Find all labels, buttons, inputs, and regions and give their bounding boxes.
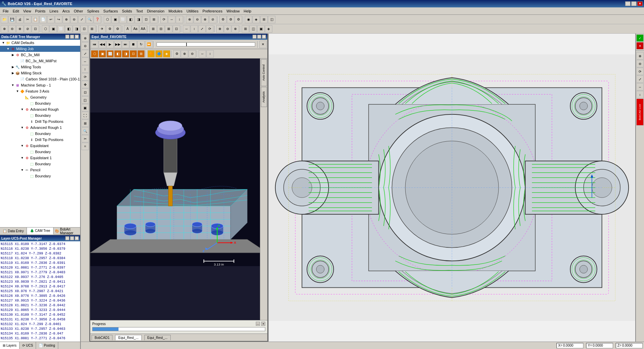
sim-loop[interactable]: ↻	[137, 41, 145, 48]
tb2-btn-25[interactable]: ⊡	[173, 25, 180, 33]
tb1-btn-37[interactable]: ⊞	[260, 16, 268, 23]
menu-item-arcs[interactable]: Arcs	[60, 8, 72, 14]
tb1-btn-18[interactable]: ◨	[135, 16, 142, 23]
sim-progress-bar[interactable]	[92, 327, 265, 331]
tab-data-entry[interactable]: 📋 Data Entry	[0, 228, 27, 235]
tb1-btn-24[interactable]: ↕	[176, 16, 183, 23]
tree-item-milling-job[interactable]: ▼⚙Milling Job	[0, 46, 80, 52]
tb1-btn-2[interactable]: 🖨	[16, 16, 24, 23]
menu-item-lines[interactable]: Lines	[47, 8, 60, 14]
rt-btn-2[interactable]: ⊖	[636, 60, 644, 67]
rt-btn-6[interactable]: ↕	[636, 91, 644, 98]
sim-tab-1[interactable]: BobCAD1	[92, 335, 112, 340]
sim-next-frame[interactable]: ▶▶	[114, 41, 122, 48]
tb2-btn-27[interactable]: ↔	[183, 25, 190, 33]
tb2-btn-16[interactable]: ⚙	[114, 25, 121, 33]
menu-item-help[interactable]: Help	[242, 8, 253, 14]
sim-stop[interactable]: ⏹	[130, 41, 137, 48]
menu-item-file[interactable]: File	[1, 8, 11, 14]
tb2-btn-28[interactable]: ↕	[191, 25, 198, 33]
axis-control-btn[interactable]: Axis Control	[261, 59, 267, 86]
tree-item-feature-3axis[interactable]: ▼🔶Feature 3 Axis	[0, 88, 80, 94]
tb1-btn-28[interactable]: ⊗	[201, 16, 209, 23]
expander-milling-job[interactable]: ▼	[6, 47, 10, 51]
menu-item-edit[interactable]: Edit	[11, 8, 21, 14]
expander-bc3x-mill[interactable]: ▶	[11, 53, 15, 57]
menu-item-splines[interactable]: Splines	[85, 8, 101, 14]
tb1-btn-8[interactable]: ⊕	[63, 16, 70, 23]
tb1-btn-14[interactable]: ⬡	[104, 16, 111, 23]
tb2-btn-32[interactable]: ⊕	[216, 25, 224, 33]
tb1-btn-17[interactable]: ◧	[127, 16, 134, 23]
tb1-btn-26[interactable]: ⊕	[186, 16, 193, 23]
rt-btn-3[interactable]: ⟳	[636, 68, 644, 75]
vt-btn-5[interactable]: ↕	[81, 65, 89, 73]
vt-btn-12[interactable]: ⊞	[81, 119, 89, 127]
vt-btn-4[interactable]: ↔	[81, 58, 89, 65]
tree-item-boundary2[interactable]: ⬚Boundary	[0, 112, 80, 118]
vt-btn-7[interactable]: ✥	[81, 81, 89, 88]
menu-item-modules[interactable]: Modules	[166, 8, 184, 14]
tb2-btn-7[interactable]: ▣	[49, 25, 57, 33]
tab-posting[interactable]: 📄 Posting	[36, 342, 58, 349]
layer-ucs-controls[interactable]: — □ ✕	[65, 236, 79, 240]
tb1-btn-1[interactable]: 💾	[8, 16, 16, 23]
cam-tree-restore[interactable]: □	[70, 35, 74, 39]
layer-ucs-close[interactable]: ✕	[75, 236, 79, 240]
sim-shade-3[interactable]: ◈	[163, 50, 170, 58]
sim-play[interactable]: ▶	[106, 41, 114, 48]
tree-item-geometry[interactable]: 📐Geometry	[0, 94, 80, 100]
tb2-btn-36[interactable]: ⊞	[242, 25, 249, 33]
tree-item-advanced-rough1[interactable]: ▼⚙Advanced Rough 1	[0, 125, 80, 131]
tb2-btn-2[interactable]: ⊗	[16, 25, 24, 33]
tab-cam-tree[interactable]: 🌲 CAM Tree	[27, 228, 54, 235]
expander-milling-tools[interactable]: ▶	[11, 65, 15, 69]
analysis-btn[interactable]: Analysis	[261, 87, 267, 107]
layer-ucs-content[interactable]: N15115 X1.0189 Y-7.3147 Z-0.0374N15116 X…	[0, 241, 80, 342]
tb2-btn-23[interactable]: ⊟	[157, 25, 165, 33]
minimize-button[interactable]: —	[625, 1, 631, 6]
sim-tool-3[interactable]: ⊖	[189, 50, 196, 58]
tb2-btn-18[interactable]: A	[124, 25, 131, 33]
layer-ucs-restore[interactable]: □	[70, 236, 74, 240]
sim-3d-viewport[interactable]: X Y Z	[90, 59, 267, 320]
tb1-btn-3[interactable]: ✂	[24, 16, 31, 23]
vt-btn-11[interactable]: ⛶	[81, 112, 89, 119]
expander-machine-setup[interactable]: ▼	[11, 83, 15, 87]
sim-speed-slider[interactable]	[157, 42, 255, 46]
sim-shade-2[interactable]: 🔷	[155, 50, 163, 58]
tb2-btn-8[interactable]: ⬜	[57, 25, 65, 33]
sim-restore[interactable]: □	[257, 35, 261, 39]
tb2-btn-34[interactable]: ⊗	[232, 25, 239, 33]
tb2-btn-15[interactable]: ⚙	[106, 25, 113, 33]
rt-btn-5[interactable]: ↔	[636, 83, 644, 91]
tree-item-boundary5[interactable]: ⬚Boundary	[0, 161, 80, 167]
tb1-btn-0[interactable]: 📁	[1, 16, 8, 23]
sim-close[interactable]: ✕	[262, 35, 266, 39]
vt-btn-9[interactable]: ◫	[81, 96, 89, 104]
rt-btn-1[interactable]: ⊕	[636, 52, 644, 60]
tb1-btn-19[interactable]: ⊡	[142, 16, 150, 23]
sim-view-front[interactable]: ▣	[99, 50, 106, 58]
expander-pencil[interactable]: ▼	[20, 168, 24, 172]
tb1-btn-10[interactable]: ⤢	[78, 16, 86, 23]
tb2-btn-33[interactable]: ⊖	[224, 25, 231, 33]
tb1-btn-29[interactable]: ⊘	[209, 16, 216, 23]
vt-btn-6[interactable]: ⟳	[81, 73, 89, 80]
sim-tool-4[interactable]: ↔	[199, 50, 206, 58]
sim-skip-start[interactable]: ⏮	[91, 41, 98, 48]
menu-item-dimension[interactable]: Dimension	[145, 8, 166, 14]
rt-btn-check[interactable]: ✓	[636, 34, 644, 42]
tb1-btn-4[interactable]: 📋	[32, 16, 39, 23]
tb1-btn-7[interactable]: ↪	[55, 16, 62, 23]
tb2-btn-38[interactable]: ▣	[257, 25, 265, 33]
menu-item-view[interactable]: View	[21, 8, 33, 14]
menu-item-points[interactable]: Points	[33, 8, 47, 14]
tb1-btn-38[interactable]: ◫	[268, 16, 275, 23]
sim-view-back[interactable]: ⬜	[106, 50, 114, 58]
maximize-button[interactable]: □	[631, 1, 637, 6]
cad-viewport[interactable]	[268, 34, 635, 342]
menu-item-window[interactable]: Window	[225, 8, 242, 14]
cam-tree-minimize[interactable]: —	[65, 35, 69, 39]
sim-view-right[interactable]: ◨	[122, 50, 129, 58]
